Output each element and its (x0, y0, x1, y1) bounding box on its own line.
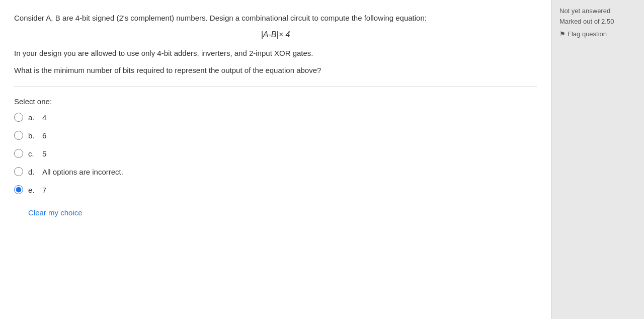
option-e-letter: e. (28, 186, 38, 194)
option-a-label[interactable]: a. 4 (28, 113, 46, 122)
radio-d[interactable] (14, 167, 23, 176)
option-c-label[interactable]: c. 5 (28, 149, 46, 158)
option-c[interactable]: c. 5 (14, 149, 537, 158)
radio-a[interactable] (14, 113, 23, 122)
main-content: Consider A, B are 4-bit signed (2's comp… (0, 0, 551, 319)
option-e-value: 7 (42, 186, 46, 194)
question-equation: |A-B|× 4 (14, 30, 537, 39)
divider (14, 87, 537, 87)
option-e-label[interactable]: e. 7 (28, 186, 46, 194)
option-a-value: 4 (42, 113, 46, 122)
question-design-constraint: In your design you are allowed to use on… (14, 47, 537, 59)
option-b-label[interactable]: b. 6 (28, 131, 46, 140)
option-d-value: All options are incorrect. (42, 168, 123, 176)
option-e[interactable]: e. 7 (14, 185, 537, 194)
option-c-letter: c. (28, 149, 38, 158)
option-d[interactable]: d. All options are incorrect. (14, 167, 537, 176)
radio-b[interactable] (14, 131, 23, 140)
flag-question-button[interactable]: ⚑ Flag question (559, 30, 636, 38)
radio-c[interactable] (14, 149, 23, 158)
option-a[interactable]: a. 4 (14, 113, 537, 122)
option-b-value: 6 (42, 131, 46, 140)
clear-choice-button[interactable]: Clear my choice (28, 208, 83, 217)
option-b-letter: b. (28, 131, 38, 140)
status-marked-out: Marked out of 2.50 (559, 18, 636, 25)
status-not-answered: Not yet answered (559, 7, 636, 15)
radio-e[interactable] (14, 185, 23, 194)
select-one-label: Select one: (14, 97, 537, 106)
sidebar: Not yet answered Marked out of 2.50 ⚑ Fl… (551, 0, 644, 319)
option-a-letter: a. (28, 113, 38, 122)
options-list: a. 4 b. 6 c. 5 d. All options are incorr… (14, 113, 537, 194)
option-b[interactable]: b. 6 (14, 131, 537, 140)
option-d-label[interactable]: d. All options are incorrect. (28, 168, 123, 176)
option-d-letter: d. (28, 168, 38, 176)
flag-icon: ⚑ (559, 30, 566, 38)
question-sub: What is the minimum number of bits requi… (14, 64, 537, 76)
question-intro: Consider A, B are 4-bit signed (2's comp… (14, 12, 537, 24)
option-c-value: 5 (42, 149, 46, 158)
flag-question-label: Flag question (568, 30, 607, 38)
